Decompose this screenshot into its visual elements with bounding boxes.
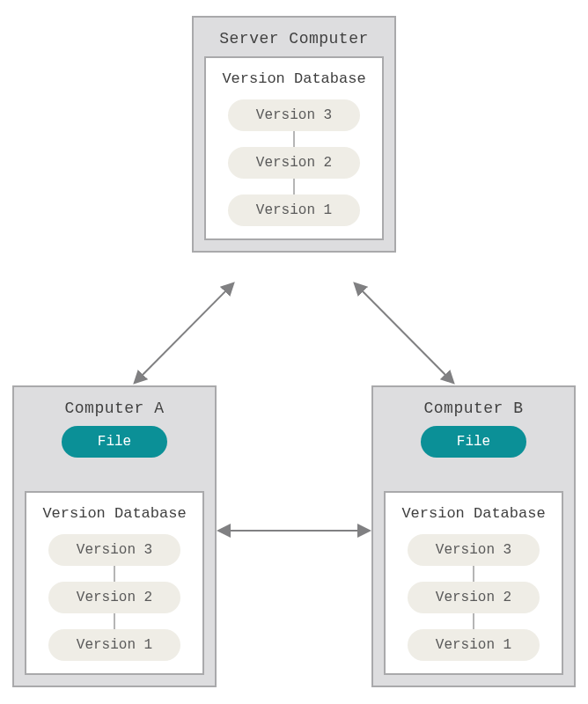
version-pill: Version 1 [228,194,360,226]
computer-b-box: Computer B File Version Database Version… [371,385,576,687]
connector-server-a [136,284,232,382]
version-pill: Version 1 [408,629,540,661]
computer-a-title: Computer A [25,400,204,417]
diagram-canvas: Server Computer Version Database Version… [0,0,588,704]
version-connector-line [114,613,115,629]
file-pill-b: File [421,426,526,458]
computer-b-version-list: Version 3 Version 2 Version 1 [394,534,553,661]
server-version-list: Version 3 Version 2 Version 1 [215,99,373,226]
server-vdb-box: Version Database Version 3 Version 2 Ver… [204,56,384,240]
computer-a-box: Computer A File Version Database Version… [12,385,217,687]
computer-b-vdb-box: Version Database Version 3 Version 2 Ver… [384,491,563,675]
connector-server-b [356,284,452,382]
computer-a-vdb-title: Version Database [35,505,194,522]
computer-b-vdb-title: Version Database [394,505,553,522]
version-pill: Version 2 [228,147,360,179]
version-connector-line [473,613,474,629]
server-computer-box: Server Computer Version Database Version… [192,16,396,253]
version-pill: Version 2 [48,582,180,613]
computer-b-title: Computer B [384,400,563,417]
version-pill: Version 3 [408,534,540,566]
version-connector-line [293,179,295,194]
version-connector-line [473,566,474,582]
version-connector-line [293,131,295,147]
file-pill-a: File [62,426,167,458]
computer-a-vdb-box: Version Database Version 3 Version 2 Ver… [25,491,204,675]
version-connector-line [114,566,115,582]
computer-a-version-list: Version 3 Version 2 Version 1 [35,534,194,661]
version-pill: Version 3 [228,99,360,131]
server-vdb-title: Version Database [215,70,373,87]
version-pill: Version 1 [48,629,180,661]
version-pill: Version 3 [48,534,180,566]
server-title: Server Computer [204,30,384,48]
version-pill: Version 2 [408,582,540,613]
